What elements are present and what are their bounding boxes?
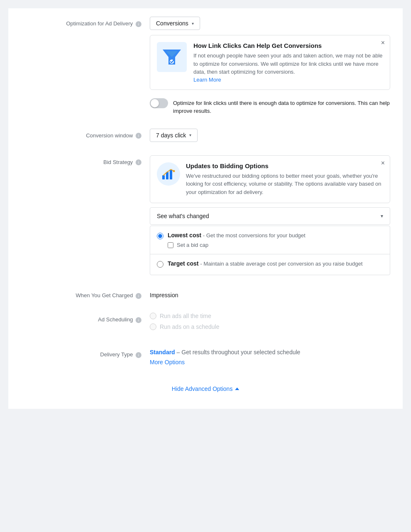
optimization-dropdown[interactable]: Conversions ▾ — [150, 17, 200, 30]
hide-advanced-label: Hide Advanced Options — [172, 385, 233, 392]
conversion-window-label-text: Conversion window — [86, 132, 133, 139]
target-cost-title: Target cost — [168, 260, 198, 267]
bid-strategy-label: Bid Strategy i — [21, 155, 150, 166]
bid-cap-checkbox[interactable] — [168, 242, 173, 248]
optimization-dropdown-value: Conversions — [156, 20, 188, 27]
chart-icon-container — [157, 162, 180, 186]
bid-cap-label[interactable]: Set a bid cap — [177, 242, 208, 248]
ad-scheduling-label-text: Ad Scheduling — [98, 316, 133, 323]
optimization-row: Optimization for Ad Delivery i Conversio… — [21, 17, 390, 115]
bid-strategy-content: Updates to Bidding Options We've restruc… — [150, 155, 390, 276]
when-charged-row: When You Get Charged i Impression — [21, 288, 390, 299]
when-charged-value: Impression — [150, 288, 390, 298]
when-charged-info-icon[interactable]: i — [136, 293, 141, 299]
bidding-updates-card: Updates to Bidding Options We've restruc… — [150, 155, 390, 204]
settings-panel: Optimization for Ad Delivery i Conversio… — [8, 8, 403, 409]
toggle-description: Optimize for link clicks until there is … — [173, 99, 390, 115]
delivery-type-desc: – Get results throughout your selected s… — [177, 349, 300, 355]
ad-scheduling-row: Ad Scheduling i Run ads all the time Run… — [21, 313, 390, 334]
bidding-card-title: Updates to Bidding Options — [186, 162, 383, 169]
lowest-cost-body: Lowest cost - Get the most conversions f… — [168, 232, 383, 248]
bidding-card-close-button[interactable]: × — [381, 160, 385, 167]
target-cost-option-row: Target cost - Maintain a stable average … — [150, 254, 390, 275]
link-clicks-card-body: How Link Clicks Can Help Get Conversions… — [193, 42, 383, 83]
optimization-label: Optimization for Ad Delivery i — [21, 17, 150, 27]
optimization-content: Conversions ▾ How Link Clicks Can Help G… — [150, 17, 390, 115]
target-cost-body: Target cost - Maintain a stable average … — [168, 260, 383, 267]
accordion-label: See what's changed — [157, 213, 209, 219]
delivery-type-strong: Standard — [150, 349, 175, 355]
ad-scheduling-info-icon[interactable]: i — [136, 317, 141, 323]
target-cost-label[interactable]: Target cost - Maintain a stable average … — [168, 260, 363, 267]
when-charged-label: When You Get Charged i — [21, 288, 150, 299]
link-clicks-card-text: If not enough people have seen your ads … — [193, 52, 383, 76]
run-all-time-label: Run ads all the time — [160, 313, 211, 319]
hide-advanced-options[interactable]: Hide Advanced Options — [21, 379, 390, 392]
bidding-card-body: Updates to Bidding Options We've restruc… — [186, 162, 383, 196]
run-all-time-radio — [150, 313, 156, 319]
target-cost-radio-col — [157, 261, 163, 269]
funnel-icon — [157, 42, 187, 72]
svg-rect-5 — [170, 169, 172, 179]
bidding-card-text: We've restructured our bidding options t… — [186, 172, 383, 196]
run-on-schedule-label: Run ads on a schedule — [160, 323, 219, 330]
svg-point-6 — [173, 170, 175, 172]
conversion-window-info-icon[interactable]: i — [136, 133, 141, 139]
when-charged-label-text: When You Get Charged — [76, 292, 133, 298]
lowest-cost-label[interactable]: Lowest cost - Get the most conversions f… — [168, 232, 305, 239]
lowest-cost-desc: - Get the most conversions for your budg… — [203, 232, 305, 239]
link-clicks-card-title: How Link Clicks Can Help Get Conversions — [193, 42, 383, 49]
run-on-schedule-radio — [150, 323, 156, 330]
more-options-link[interactable]: More Options — [150, 359, 390, 365]
link-clicks-info-card: How Link Clicks Can Help Get Conversions… — [150, 35, 390, 90]
delivery-type-text: Standard – Get results throughout your s… — [150, 348, 390, 357]
see-whats-changed-accordion[interactable]: See what's changed ▾ — [150, 207, 390, 225]
run-ads-on-schedule-row: Run ads on a schedule — [150, 323, 390, 330]
conversion-window-dropdown[interactable]: 7 days click ▾ — [150, 129, 198, 142]
run-ads-all-time-row: Run ads all the time — [150, 313, 390, 319]
conversion-window-dropdown-value: 7 days click — [156, 132, 186, 139]
arrow-up-icon — [235, 388, 239, 390]
accordion-chevron-icon: ▾ — [381, 213, 383, 219]
target-cost-desc: - Maintain a stable average cost per con… — [200, 261, 362, 267]
conversion-window-content: 7 days click ▾ — [150, 129, 390, 142]
conversion-window-label: Conversion window i — [21, 129, 150, 139]
bid-options-box: Lowest cost - Get the most conversions f… — [150, 226, 390, 275]
bid-strategy-row: Bid Strategy i Updates to Bidding Option… — [21, 155, 390, 276]
optimization-info-icon[interactable]: i — [136, 21, 141, 27]
conversion-window-chevron-icon: ▾ — [189, 133, 191, 137]
bid-cap-checkbox-row: Set a bid cap — [168, 242, 383, 248]
bid-strategy-info-icon[interactable]: i — [136, 159, 141, 165]
lowest-cost-radio[interactable] — [157, 233, 163, 239]
ad-scheduling-content: Run ads all the time Run ads on a schedu… — [150, 313, 390, 334]
when-charged-content: Impression — [150, 288, 390, 298]
delivery-type-row: Delivery Type i Standard – Get results t… — [21, 348, 390, 365]
lowest-cost-option-row: Lowest cost - Get the most conversions f… — [150, 226, 390, 254]
lowest-cost-radio-col — [157, 233, 163, 241]
ad-scheduling-label: Ad Scheduling i — [21, 313, 150, 323]
svg-rect-3 — [162, 175, 165, 179]
link-clicks-toggle[interactable] — [150, 98, 168, 108]
learn-more-link[interactable]: Learn More — [193, 77, 221, 83]
lowest-cost-title: Lowest cost — [168, 232, 201, 239]
target-cost-radio[interactable] — [157, 261, 163, 268]
delivery-type-label: Delivery Type i — [21, 348, 150, 358]
toggle-row: Optimize for link clicks until there is … — [150, 98, 390, 115]
optimization-label-text: Optimization for Ad Delivery — [66, 20, 133, 27]
optimization-chevron-icon: ▾ — [192, 21, 194, 26]
delivery-type-label-text: Delivery Type — [100, 351, 133, 358]
delivery-type-info-icon[interactable]: i — [136, 352, 141, 358]
info-card-close-button[interactable]: × — [381, 40, 385, 46]
conversion-window-row: Conversion window i 7 days click ▾ — [21, 129, 390, 142]
toggle-track[interactable] — [150, 98, 168, 108]
delivery-type-content: Standard – Get results throughout your s… — [150, 348, 390, 365]
bid-strategy-label-text: Bid Strategy — [104, 159, 133, 165]
